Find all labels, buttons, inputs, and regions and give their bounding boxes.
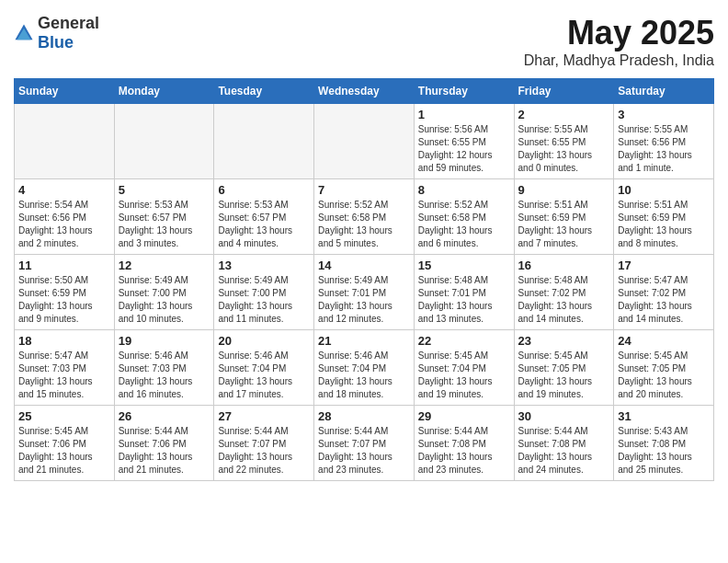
day-number: 13 bbox=[218, 259, 310, 272]
weekday-header: Thursday bbox=[414, 79, 514, 104]
day-number: 22 bbox=[418, 334, 510, 348]
calendar-cell: 18Sunrise: 5:47 AM Sunset: 7:03 PM Dayli… bbox=[15, 330, 115, 406]
day-info: Sunrise: 5:50 AM Sunset: 6:59 PM Dayligh… bbox=[18, 274, 110, 326]
day-info: Sunrise: 5:51 AM Sunset: 6:59 PM Dayligh… bbox=[618, 199, 710, 250]
day-info: Sunrise: 5:53 AM Sunset: 6:57 PM Dayligh… bbox=[119, 199, 210, 250]
day-number: 17 bbox=[618, 259, 710, 272]
day-number: 12 bbox=[119, 259, 210, 272]
day-number: 15 bbox=[418, 259, 510, 272]
calendar-cell bbox=[15, 104, 115, 179]
day-info: Sunrise: 5:49 AM Sunset: 7:01 PM Dayligh… bbox=[318, 274, 410, 326]
calendar-cell bbox=[314, 104, 415, 179]
day-number: 10 bbox=[618, 183, 710, 197]
day-number: 6 bbox=[218, 183, 310, 197]
day-info: Sunrise: 5:55 AM Sunset: 6:55 PM Dayligh… bbox=[518, 123, 610, 175]
calendar-cell: 27Sunrise: 5:44 AM Sunset: 7:07 PM Dayli… bbox=[214, 406, 314, 481]
calendar-cell: 21Sunrise: 5:46 AM Sunset: 7:04 PM Dayli… bbox=[314, 330, 415, 406]
day-info: Sunrise: 5:55 AM Sunset: 6:56 PM Dayligh… bbox=[618, 123, 710, 175]
day-info: Sunrise: 5:49 AM Sunset: 7:00 PM Dayligh… bbox=[218, 274, 310, 326]
day-info: Sunrise: 5:46 AM Sunset: 7:04 PM Dayligh… bbox=[218, 350, 310, 401]
day-number: 27 bbox=[218, 409, 310, 423]
calendar-cell: 14Sunrise: 5:49 AM Sunset: 7:01 PM Dayli… bbox=[314, 255, 415, 330]
day-number: 23 bbox=[518, 334, 610, 348]
month-title: May 2025 bbox=[524, 14, 714, 52]
day-info: Sunrise: 5:45 AM Sunset: 7:05 PM Dayligh… bbox=[618, 350, 710, 401]
calendar-cell: 6Sunrise: 5:53 AM Sunset: 6:57 PM Daylig… bbox=[214, 179, 314, 255]
day-number: 21 bbox=[318, 334, 410, 348]
day-info: Sunrise: 5:49 AM Sunset: 7:00 PM Dayligh… bbox=[119, 274, 210, 326]
calendar-cell: 22Sunrise: 5:45 AM Sunset: 7:04 PM Dayli… bbox=[414, 330, 514, 406]
logo-blue: Blue bbox=[38, 33, 74, 52]
logo-icon bbox=[14, 23, 34, 43]
day-number: 7 bbox=[318, 183, 410, 197]
day-info: Sunrise: 5:45 AM Sunset: 7:05 PM Dayligh… bbox=[518, 350, 610, 401]
calendar-week-row: 25Sunrise: 5:45 AM Sunset: 7:06 PM Dayli… bbox=[15, 406, 714, 481]
calendar-cell: 9Sunrise: 5:51 AM Sunset: 6:59 PM Daylig… bbox=[514, 179, 614, 255]
calendar-cell: 15Sunrise: 5:48 AM Sunset: 7:01 PM Dayli… bbox=[414, 255, 514, 330]
calendar-cell: 16Sunrise: 5:48 AM Sunset: 7:02 PM Dayli… bbox=[514, 255, 614, 330]
day-info: Sunrise: 5:47 AM Sunset: 7:03 PM Dayligh… bbox=[18, 350, 110, 401]
calendar-cell: 19Sunrise: 5:46 AM Sunset: 7:03 PM Dayli… bbox=[114, 330, 214, 406]
calendar-cell: 24Sunrise: 5:45 AM Sunset: 7:05 PM Dayli… bbox=[614, 330, 714, 406]
calendar-cell: 28Sunrise: 5:44 AM Sunset: 7:07 PM Dayli… bbox=[314, 406, 415, 481]
day-number: 2 bbox=[518, 108, 610, 121]
calendar-cell: 10Sunrise: 5:51 AM Sunset: 6:59 PM Dayli… bbox=[614, 179, 714, 255]
day-info: Sunrise: 5:43 AM Sunset: 7:08 PM Dayligh… bbox=[618, 425, 710, 477]
weekday-header: Wednesday bbox=[314, 79, 415, 104]
weekday-header: Sunday bbox=[15, 79, 115, 104]
day-number: 18 bbox=[18, 334, 110, 348]
day-number: 29 bbox=[418, 409, 510, 423]
day-number: 28 bbox=[318, 409, 410, 423]
day-info: Sunrise: 5:45 AM Sunset: 7:04 PM Dayligh… bbox=[418, 350, 510, 401]
calendar-cell: 2Sunrise: 5:55 AM Sunset: 6:55 PM Daylig… bbox=[514, 104, 614, 179]
day-info: Sunrise: 5:45 AM Sunset: 7:06 PM Dayligh… bbox=[18, 425, 110, 477]
calendar-cell: 1Sunrise: 5:56 AM Sunset: 6:55 PM Daylig… bbox=[414, 104, 514, 179]
day-number: 30 bbox=[518, 409, 610, 423]
calendar-cell: 17Sunrise: 5:47 AM Sunset: 7:02 PM Dayli… bbox=[614, 255, 714, 330]
day-number: 14 bbox=[318, 259, 410, 272]
calendar-week-row: 4Sunrise: 5:54 AM Sunset: 6:56 PM Daylig… bbox=[15, 179, 714, 255]
day-info: Sunrise: 5:54 AM Sunset: 6:56 PM Dayligh… bbox=[18, 199, 110, 250]
day-info: Sunrise: 5:46 AM Sunset: 7:03 PM Dayligh… bbox=[119, 350, 210, 401]
day-number: 3 bbox=[618, 108, 710, 121]
day-info: Sunrise: 5:52 AM Sunset: 6:58 PM Dayligh… bbox=[418, 199, 510, 250]
day-info: Sunrise: 5:44 AM Sunset: 7:06 PM Dayligh… bbox=[119, 425, 210, 477]
calendar-cell: 12Sunrise: 5:49 AM Sunset: 7:00 PM Dayli… bbox=[114, 255, 214, 330]
calendar-cell: 11Sunrise: 5:50 AM Sunset: 6:59 PM Dayli… bbox=[15, 255, 115, 330]
weekday-header: Monday bbox=[114, 79, 214, 104]
day-number: 19 bbox=[119, 334, 210, 348]
weekday-header-row: SundayMondayTuesdayWednesdayThursdayFrid… bbox=[15, 79, 714, 104]
day-info: Sunrise: 5:56 AM Sunset: 6:55 PM Dayligh… bbox=[418, 123, 510, 175]
day-info: Sunrise: 5:53 AM Sunset: 6:57 PM Dayligh… bbox=[218, 199, 310, 250]
calendar-week-row: 18Sunrise: 5:47 AM Sunset: 7:03 PM Dayli… bbox=[15, 330, 714, 406]
calendar-cell: 13Sunrise: 5:49 AM Sunset: 7:00 PM Dayli… bbox=[214, 255, 314, 330]
day-number: 31 bbox=[618, 409, 710, 423]
title-block: May 2025 Dhar, Madhya Pradesh, India bbox=[524, 14, 714, 69]
calendar-cell: 31Sunrise: 5:43 AM Sunset: 7:08 PM Dayli… bbox=[614, 406, 714, 481]
calendar-cell: 5Sunrise: 5:53 AM Sunset: 6:57 PM Daylig… bbox=[114, 179, 214, 255]
calendar-cell: 26Sunrise: 5:44 AM Sunset: 7:06 PM Dayli… bbox=[114, 406, 214, 481]
day-number: 1 bbox=[418, 108, 510, 121]
day-number: 9 bbox=[518, 183, 610, 197]
day-info: Sunrise: 5:44 AM Sunset: 7:08 PM Dayligh… bbox=[418, 425, 510, 477]
day-number: 26 bbox=[119, 409, 210, 423]
calendar-cell bbox=[114, 104, 214, 179]
calendar-cell bbox=[214, 104, 314, 179]
calendar-cell: 25Sunrise: 5:45 AM Sunset: 7:06 PM Dayli… bbox=[15, 406, 115, 481]
weekday-header: Saturday bbox=[614, 79, 714, 104]
day-number: 5 bbox=[119, 183, 210, 197]
calendar-cell: 4Sunrise: 5:54 AM Sunset: 6:56 PM Daylig… bbox=[15, 179, 115, 255]
day-info: Sunrise: 5:44 AM Sunset: 7:07 PM Dayligh… bbox=[318, 425, 410, 477]
day-number: 25 bbox=[18, 409, 110, 423]
day-number: 24 bbox=[618, 334, 710, 348]
logo: General Blue bbox=[14, 14, 99, 52]
location-title: Dhar, Madhya Pradesh, India bbox=[524, 52, 714, 69]
calendar-cell: 20Sunrise: 5:46 AM Sunset: 7:04 PM Dayli… bbox=[214, 330, 314, 406]
page-header: General Blue May 2025 Dhar, Madhya Prade… bbox=[14, 14, 714, 69]
calendar-week-row: 1Sunrise: 5:56 AM Sunset: 6:55 PM Daylig… bbox=[15, 104, 714, 179]
day-info: Sunrise: 5:44 AM Sunset: 7:07 PM Dayligh… bbox=[218, 425, 310, 477]
logo-general: General bbox=[38, 14, 99, 32]
day-info: Sunrise: 5:52 AM Sunset: 6:58 PM Dayligh… bbox=[318, 199, 410, 250]
calendar-cell: 29Sunrise: 5:44 AM Sunset: 7:08 PM Dayli… bbox=[414, 406, 514, 481]
calendar-table: SundayMondayTuesdayWednesdayThursdayFrid… bbox=[14, 78, 714, 481]
